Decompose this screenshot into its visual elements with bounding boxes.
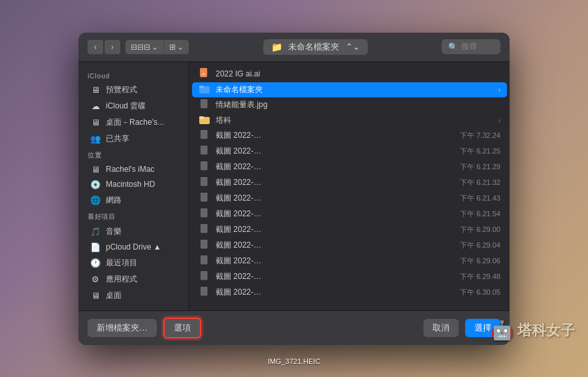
sidebar-item-已共享[interactable]: 👥已共享 [81, 131, 186, 147]
ai-file-icon: ai [199, 68, 210, 80]
path-box[interactable]: 📁 未命名檔案夾 ⌃⌄ [263, 39, 368, 55]
file-date: 下午 6.29.06 [460, 256, 500, 266]
sidebar-item-預覽程式[interactable]: 🖥預覽程式 [81, 82, 186, 98]
forward-button[interactable]: › [105, 40, 120, 54]
preview-icon: 🖥 [90, 85, 101, 95]
list-item[interactable]: 截圖 2022-…下午 6.30.05 [189, 285, 510, 301]
file-date: 下午 6.29.00 [460, 225, 500, 235]
grid-view-icon: ⊞ [169, 42, 176, 52]
sidebar-item-桌面[interactable]: 🖥桌面 [81, 287, 186, 304]
path-selector: 📁 未命名檔案夾 ⌃⌄ [194, 39, 436, 55]
file-picker-dialog: ‹ › ⊟⊟⊟ ⌄ ⊞ ⌄ 📁 未命名檔案夾 ⌃⌄ [78, 33, 510, 345]
svg-rect-22 [201, 240, 207, 248]
view-chevron1: ⌄ [152, 42, 158, 52]
file-name: 截圖 2022-… [216, 146, 455, 157]
nav-button-group: ‹ › [88, 40, 120, 54]
tuke-folder-icon [199, 115, 210, 126]
folder-icon [199, 84, 210, 95]
screenshot6-icon [199, 208, 210, 220]
watermark: 🤖 塔科女子 [491, 320, 575, 341]
sidebar-item-label: Macintosh HD [106, 180, 155, 189]
sidebar-section-label: 喜好項目 [78, 208, 189, 223]
sidebar-item-label: 預覽程式 [106, 84, 137, 95]
sidebar-item-應用程式[interactable]: ⚙應用程式 [81, 271, 186, 287]
screenshot1-icon [199, 130, 210, 142]
watermark-text: 塔科女子 [517, 321, 575, 340]
sidebar-section-label: iCloud [78, 69, 189, 82]
sidebar-item-label: 最近項目 [106, 257, 137, 269]
file-date: 下午 6.21.54 [460, 209, 500, 219]
list-item[interactable]: 截圖 2022-…下午 7.32.24 [189, 128, 510, 144]
file-name: 未命名檔案夾 [216, 84, 485, 95]
column-view-icon: ⊟⊟⊟ [131, 42, 150, 52]
svg-rect-7 [199, 116, 204, 119]
view-chevron2: ⌄ [177, 42, 184, 52]
list-item[interactable]: 截圖 2022-…下午 6.21.25 [189, 144, 510, 159]
jpg-file-icon [199, 99, 210, 111]
path-folder-icon: 📁 [271, 42, 282, 52]
options-button[interactable]: 選項 [163, 318, 201, 338]
file-name: 截圖 2022-… [216, 130, 455, 141]
sidebar-item-音樂[interactable]: 🎵音樂 [81, 223, 186, 240]
desktop-file-label: IMG_3721.HEIC [268, 357, 321, 365]
column-view-button[interactable]: ⊟⊟⊟ ⌄ [125, 40, 164, 54]
list-item[interactable]: 截圖 2022-…下午 6.21.43 [189, 191, 510, 206]
list-item[interactable]: 截圖 2022-…下午 6.21.29 [189, 159, 510, 175]
svg-rect-26 [201, 271, 207, 280]
screenshot5-icon [199, 193, 210, 205]
list-item[interactable]: 截圖 2022-…下午 6.29.04 [189, 238, 510, 254]
sidebar-item-rachel'simac[interactable]: 🖥Rachel's iMac [81, 162, 186, 177]
desktop-background: ‹ › ⊟⊟⊟ ⌄ ⊞ ⌄ 📁 未命名檔案夾 ⌃⌄ [0, 0, 588, 377]
new-folder-button[interactable]: 新增檔案夾… [88, 319, 157, 337]
screenshot9-icon [199, 255, 210, 267]
list-item[interactable]: ai2022 IG ai.ai [189, 66, 510, 82]
sidebar-item-label: 應用程式 [106, 274, 137, 285]
sidebar-item-label: pCloud Drive ▲ [106, 242, 161, 252]
chevron-right-icon: › [498, 117, 500, 124]
grid-view-button[interactable]: ⊞ ⌄ [164, 40, 189, 54]
imac-icon: 🖥 [90, 165, 101, 174]
file-name: 截圖 2022-… [216, 224, 455, 235]
sidebar-item-label: 音樂 [106, 226, 122, 237]
sidebar-item-最近項目[interactable]: 🕐最近項目 [81, 255, 186, 271]
sidebar-item-網路[interactable]: 🌐網路 [81, 192, 186, 208]
screenshot3-icon [199, 161, 210, 173]
cancel-button[interactable]: 取消 [423, 319, 459, 337]
list-item[interactable]: 截圖 2022-…下午 6.29.00 [189, 222, 510, 238]
icloud-icon: ☁ [90, 101, 101, 111]
list-item[interactable]: 塔科› [189, 113, 510, 128]
list-item[interactable]: 截圖 2022-…下午 6.29.06 [189, 254, 510, 269]
list-item[interactable]: 情緒能量表.jpg [189, 97, 510, 113]
svg-rect-3 [199, 86, 204, 88]
search-icon: 🔍 [448, 42, 458, 52]
file-date: 下午 6.21.43 [460, 193, 500, 203]
list-item[interactable]: 截圖 2022-…下午 6.29.48 [189, 269, 510, 285]
file-date: 下午 6.30.05 [460, 287, 500, 297]
sidebar-item-icloud雲碟[interactable]: ☁iCloud 雲碟 [81, 98, 186, 114]
bottom-bar: 新增檔案夾… 選項 取消 選擇 [78, 310, 510, 345]
view-toggle-group: ⊟⊟⊟ ⌄ ⊞ ⌄ [125, 40, 189, 54]
list-item[interactable]: 未命名檔案夾› [192, 82, 507, 97]
list-item[interactable]: 截圖 2022-…下午 6.21.32 [189, 175, 510, 191]
search-box[interactable]: 🔍 搜尋 [442, 39, 500, 54]
pcloud-icon: 📄 [90, 242, 101, 252]
sidebar-item-macintoshhd[interactable]: 💿Macintosh HD [81, 177, 186, 192]
file-name: 截圖 2022-… [216, 255, 455, 267]
svg-rect-12 [201, 161, 207, 170]
path-chevron: ⌃⌄ [346, 42, 360, 52]
file-date: 下午 6.29.48 [460, 272, 500, 282]
file-name: 截圖 2022-… [216, 177, 455, 188]
svg-rect-14 [201, 177, 207, 186]
recents-icon: 🕐 [90, 258, 101, 268]
list-item[interactable]: 截圖 2022-…下午 6.21.54 [189, 206, 510, 222]
sidebar-item-label: 桌面－Rache's... [106, 117, 164, 128]
music-icon: 🎵 [90, 227, 101, 237]
sidebar-item-label: iCloud 雲碟 [106, 101, 146, 112]
screenshot2-icon [199, 146, 210, 157]
file-name: 塔科 [216, 115, 485, 126]
back-button[interactable]: ‹ [88, 40, 103, 54]
sidebar-item-桌面－rache's...[interactable]: 🖥桌面－Rache's... [81, 114, 186, 131]
sidebar-item-pclouddrive▲[interactable]: 📄pCloud Drive ▲ [81, 240, 186, 255]
desktop-icon: 🖥 [90, 118, 101, 127]
main-content: iCloud🖥預覽程式☁iCloud 雲碟🖥桌面－Rache's...👥已共享位… [78, 62, 510, 310]
